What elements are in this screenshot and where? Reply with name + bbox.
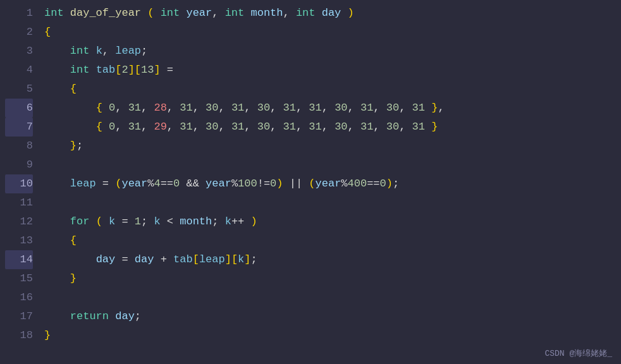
- line-num-9: 9: [5, 155, 33, 174]
- footer-watermark: CSDN @海绵姥姥_: [544, 348, 612, 359]
- code-editor: 1 2 3 4 5 6 7 8 9 10 11 12 13 14 15 16 1…: [0, 0, 621, 364]
- code-line-4: int tab[2][13] =: [44, 61, 621, 80]
- code-line-18: }: [44, 326, 621, 345]
- line-numbers: 1 2 3 4 5 6 7 8 9 10 11 12 13 14 15 16 1…: [0, 4, 38, 360]
- code-content: int day_of_year ( int year, int month, i…: [38, 4, 621, 360]
- code-line-13: {: [44, 231, 621, 250]
- line-num-5: 5: [5, 80, 33, 99]
- code-line-10: leap = (year%4==0 && year%100!=0) || (ye…: [44, 174, 621, 193]
- code-line-6: { 0, 31, 28, 31, 30, 31, 30, 31, 31, 30,…: [44, 99, 621, 118]
- line-num-1: 1: [5, 4, 33, 23]
- code-line-12: for ( k = 1; k < month; k++ ): [44, 212, 621, 231]
- line-num-7: 7: [5, 118, 33, 136]
- code-line-5: {: [44, 80, 621, 99]
- line-num-10: 10: [5, 174, 33, 193]
- line-num-13: 13: [5, 231, 33, 250]
- code-line-11: [44, 193, 621, 212]
- code-line-1: int day_of_year ( int year, int month, i…: [44, 4, 621, 23]
- line-num-8: 8: [5, 136, 33, 155]
- line-num-14: 14: [5, 250, 33, 269]
- line-num-6: 6: [5, 99, 33, 118]
- line-num-2: 2: [5, 23, 33, 42]
- line-num-4: 4: [5, 61, 33, 80]
- code-line-2: {: [44, 23, 621, 42]
- code-line-7: { 0, 31, 29, 31, 30, 31, 30, 31, 31, 30,…: [44, 118, 621, 136]
- code-line-15: }: [44, 269, 621, 288]
- line-num-11: 11: [5, 193, 33, 212]
- code-line-17: return day;: [44, 307, 621, 326]
- line-num-3: 3: [5, 42, 33, 61]
- code-line-8: };: [44, 136, 621, 155]
- line-num-16: 16: [5, 288, 33, 307]
- line-num-15: 15: [5, 269, 33, 288]
- line-num-18: 18: [5, 326, 33, 345]
- code-line-14: day = day + tab[leap][k];: [44, 250, 621, 269]
- code-line-3: int k, leap;: [44, 42, 621, 61]
- code-line-16: [44, 288, 621, 307]
- line-num-17: 17: [5, 307, 33, 326]
- code-line-9: [44, 155, 621, 174]
- line-num-12: 12: [5, 212, 33, 231]
